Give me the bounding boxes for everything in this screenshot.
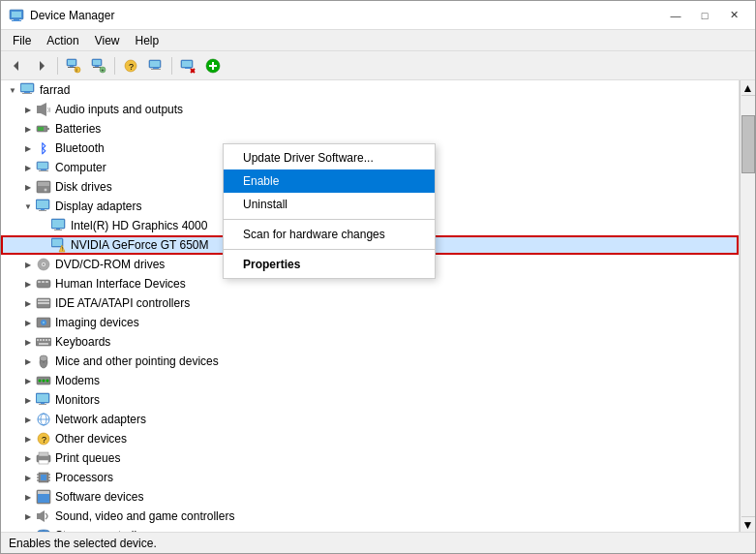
svg-rect-76 [37, 339, 39, 341]
tree-item[interactable]: ▶Print queues [1, 448, 739, 468]
toolbar-separator-1 [57, 57, 58, 75]
svg-rect-55 [52, 220, 64, 228]
tree-toggle-icon[interactable]: ▶ [20, 121, 36, 137]
svg-rect-23 [151, 69, 161, 70]
tree-item[interactable]: ▶Sound, video and game controllers [1, 507, 739, 526]
tree-item-icon [36, 508, 51, 524]
tree-item[interactable]: ▶Mice and other pointing devices [1, 352, 739, 371]
tree-toggle-icon[interactable]: ▶ [20, 140, 36, 156]
tree-toggle-icon[interactable]: ▶ [20, 160, 36, 175]
context-menu-item[interactable]: Scan for hardware changes [224, 223, 435, 246]
tree-item[interactable]: ▶Imaging devices [1, 313, 739, 332]
tree-item-icon [36, 179, 51, 195]
context-menu-item[interactable]: Properties [224, 253, 435, 276]
context-menu-item[interactable]: Update Driver Software... [224, 146, 435, 169]
context-menu-separator [224, 249, 435, 250]
tree-toggle-icon[interactable]: ▶ [20, 102, 36, 117]
tree-item[interactable]: ▶?Other devices [1, 429, 739, 448]
tree-item-icon [36, 470, 51, 485]
tree-item-icon [36, 315, 51, 330]
svg-rect-70 [38, 299, 49, 301]
tree-toggle-icon[interactable]: ▶ [20, 276, 36, 292]
toolbar-device[interactable] [144, 54, 167, 77]
tree-item[interactable]: ▶Batteries [1, 119, 739, 138]
tree-item[interactable]: ▶Monitors [1, 390, 739, 410]
tree-item[interactable]: ▶Keyboards [1, 332, 739, 352]
scroll-down-arrow[interactable]: ▼ [741, 516, 755, 532]
toolbar-scan[interactable]: + [87, 54, 110, 77]
tree-item-label: farrad [40, 83, 70, 97]
context-menu-item[interactable]: Enable [224, 169, 435, 193]
tree-item[interactable]: ▶))Audio inputs and outputs [1, 100, 739, 119]
tree-item[interactable]: ▶Software devices [1, 487, 739, 507]
scroll-up-arrow[interactable]: ▲ [741, 80, 755, 96]
svg-rect-13 [93, 60, 101, 65]
menu-help[interactable]: Help [128, 32, 167, 49]
tree-item-label: Intel(R) HD Graphics 4000 [71, 219, 207, 232]
tree-toggle-icon[interactable]: ▶ [20, 450, 36, 466]
tree-item-label: Human Interface Devices [55, 277, 186, 291]
tree-toggle-icon[interactable]: ▶ [20, 373, 36, 388]
tree-toggle-icon[interactable]: ▶ [20, 508, 36, 524]
svg-rect-102 [41, 475, 46, 480]
tree-item[interactable]: ▶Storage controllers [1, 526, 739, 532]
tree-toggle-icon[interactable] [36, 237, 51, 253]
tree-toggle-icon[interactable]: ▼ [20, 199, 36, 214]
tree-toggle-icon[interactable]: ▶ [20, 315, 36, 330]
svg-text:+: + [102, 67, 105, 73]
tree-item-label: DVD/CD-ROM drives [55, 258, 165, 271]
tree-item[interactable]: ▶Network adapters [1, 410, 739, 429]
tree-toggle-icon[interactable]: ▶ [20, 257, 36, 272]
tree-toggle-icon[interactable]: ▶ [20, 528, 36, 532]
toolbar-back[interactable] [5, 54, 28, 77]
maximize-button[interactable]: □ [691, 6, 718, 25]
toolbar-properties[interactable]: i [62, 54, 85, 77]
tree-toggle-icon[interactable] [36, 218, 51, 233]
tree-toggle-icon[interactable]: ▶ [20, 295, 36, 311]
tree-toggle-icon[interactable]: ▶ [20, 354, 36, 369]
minimize-button[interactable]: — [662, 6, 689, 25]
tree-toggle-icon[interactable]: ▶ [20, 179, 36, 195]
svg-rect-48 [38, 182, 49, 186]
svg-rect-25 [182, 61, 192, 67]
toolbar-add[interactable] [201, 54, 225, 77]
svg-rect-8 [70, 66, 74, 67]
tree-item-icon [36, 450, 51, 466]
tree-toggle-icon[interactable]: ▼ [5, 82, 20, 98]
tree-item-icon [36, 489, 51, 505]
tree-item[interactable]: ▶IDE ATA/ATAPI controllers [1, 293, 739, 313]
tree-item[interactable]: ▶Modems [1, 371, 739, 390]
close-button[interactable]: ✕ [720, 6, 747, 25]
toolbar-forward[interactable] [30, 54, 53, 77]
tree-toggle-icon[interactable]: ▶ [20, 334, 36, 350]
scrollbar-thumb[interactable] [741, 115, 755, 173]
tree-item[interactable]: ▶Processors [1, 468, 739, 487]
svg-point-64 [43, 263, 45, 265]
menu-view[interactable]: View [87, 32, 128, 49]
tree-item-label: Keyboards [55, 335, 110, 349]
svg-rect-45 [41, 169, 46, 170]
tree-item-label: Bluetooth [55, 141, 105, 155]
tree-item-label: NVIDIA GeForce GT 650M [71, 238, 209, 252]
menu-action[interactable]: Action [39, 32, 86, 49]
tree-toggle-icon[interactable]: ▶ [20, 489, 36, 505]
tree-toggle-icon[interactable]: ▶ [20, 392, 36, 408]
tree-item-icon [36, 412, 51, 427]
tree-toggle-icon[interactable]: ▶ [20, 431, 36, 446]
svg-rect-33 [21, 84, 33, 91]
svg-rect-46 [39, 170, 48, 171]
tree-toggle-icon[interactable]: ▶ [20, 470, 36, 485]
toolbar-help[interactable]: ? [119, 54, 142, 77]
vertical-scrollbar[interactable]: ▲ ▼ [740, 80, 755, 532]
svg-rect-44 [38, 163, 47, 169]
toolbar-uninstall[interactable] [176, 54, 199, 77]
svg-rect-41 [38, 127, 44, 131]
svg-rect-90 [37, 394, 48, 402]
tree-toggle-icon[interactable]: ▶ [20, 412, 36, 427]
tree-item-label: Mice and other pointing devices [55, 354, 219, 368]
menu-file[interactable]: File [5, 32, 39, 49]
context-menu-item[interactable]: Uninstall [224, 193, 435, 216]
svg-text:i: i [76, 67, 77, 73]
tree-item[interactable]: ▼farrad [1, 80, 739, 100]
svg-text:)): )) [47, 107, 51, 112]
